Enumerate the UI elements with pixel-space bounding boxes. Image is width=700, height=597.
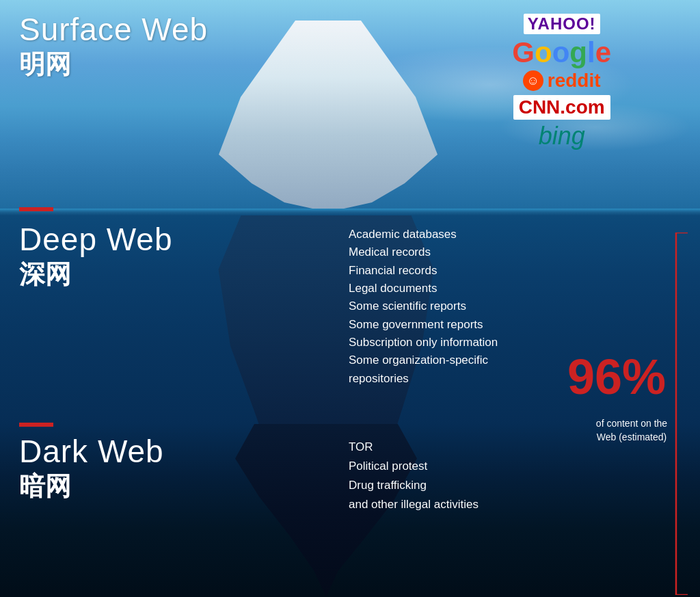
deep-item-8: Some organization-specific bbox=[349, 351, 498, 369]
deep-title-zh: 深网 bbox=[19, 257, 173, 292]
surface-label: Surface Web 明网 bbox=[19, 12, 208, 82]
stat-number: 96% bbox=[567, 352, 666, 401]
deep-item-3: Financial records bbox=[349, 262, 498, 280]
deep-item-5: Some scientific reports bbox=[349, 297, 498, 315]
surface-title-zh: 明网 bbox=[19, 47, 208, 82]
bing-brand: bing bbox=[512, 122, 611, 150]
reddit-brand: ☺ reddit bbox=[512, 70, 611, 92]
deep-item-2: Medical records bbox=[349, 243, 498, 261]
bracket-graphic bbox=[673, 233, 690, 595]
dark-item-2: Political protest bbox=[349, 457, 479, 476]
dark-title-en: Dark Web bbox=[19, 434, 164, 469]
deep-content-list: Academic databases Medical records Finan… bbox=[349, 226, 498, 388]
deep-item-7: Subscription only information bbox=[349, 334, 498, 351]
deep-item-1: Academic databases bbox=[349, 226, 498, 243]
stat-description: of content on theWeb (estimated) bbox=[594, 417, 669, 444]
surface-title-en: Surface Web bbox=[19, 12, 208, 47]
cnn-brand: CNN.com bbox=[513, 95, 610, 120]
deep-item-6: Some government reports bbox=[349, 316, 498, 334]
deep-title-en: Deep Web bbox=[19, 222, 173, 257]
deep-label: Deep Web 深网 bbox=[19, 222, 173, 292]
dark-content-list: TOR Political protest Drug trafficking a… bbox=[349, 438, 479, 514]
dark-item-4: and other illegal activities bbox=[349, 495, 479, 514]
dark-item-1: TOR bbox=[349, 438, 479, 457]
surface-brands: YAHOO! Google ☺ reddit CNN.com bing bbox=[512, 14, 611, 150]
dark-label: Dark Web 暗网 bbox=[19, 434, 164, 504]
reddit-icon: ☺ bbox=[523, 70, 543, 91]
water-line bbox=[0, 209, 700, 215]
deep-item-4: Legal documents bbox=[349, 280, 498, 297]
reddit-text: reddit bbox=[548, 70, 601, 92]
google-brand: Google bbox=[512, 37, 611, 68]
red-divider-surface bbox=[19, 207, 53, 211]
main-container: Surface Web 明网 YAHOO! Google ☺ reddit CN… bbox=[0, 0, 700, 597]
dark-title-zh: 暗网 bbox=[19, 469, 164, 504]
red-divider-deep bbox=[19, 423, 53, 427]
dark-item-3: Drug trafficking bbox=[349, 476, 479, 495]
yahoo-brand: YAHOO! bbox=[524, 14, 600, 34]
deep-item-9: repositories bbox=[349, 370, 498, 388]
stat-text-line1: of content on theWeb (estimated) bbox=[596, 418, 667, 442]
